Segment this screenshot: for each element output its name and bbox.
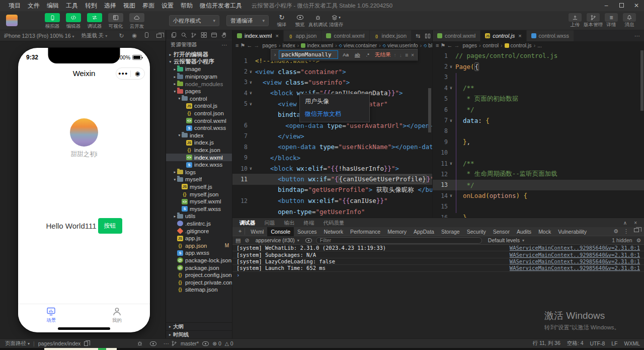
toolbar-button-upload[interactable]: 上传 [568,13,583,28]
popup-icon[interactable] [156,33,162,39]
menu-item[interactable]: 设置 [158,0,177,11]
devtools-tab-sources[interactable]: Sources [294,227,320,236]
inspect-icon[interactable]: ⌖ [235,228,245,235]
devtools-tab-mock[interactable]: Mock [535,227,554,236]
editor2-code[interactable]: 1// pages/control/control.js2∨Page({34∨ … [433,49,644,218]
cursor-position[interactable]: 行 11, 列 36 [533,340,560,347]
menu-item[interactable]: 文件 [24,0,43,11]
toolbar-button-cloud[interactable]: 云开发 [128,13,146,30]
tree-item[interactable]: ▸打开的编辑器 [166,51,232,58]
explorer-section-时间线[interactable]: ▸时间线 [166,330,232,338]
tree-item[interactable]: {}index.json [166,147,232,154]
devtools-tab-vulnerability[interactable]: Vulnerability [554,227,590,236]
menu-item[interactable]: 项目 [5,0,24,11]
toolbar-button-refresh[interactable]: ↻编译 [274,13,289,28]
console-sidebar-icon[interactable]: ▤ [235,237,240,244]
devtools-tab-memory[interactable]: Memory [384,227,410,236]
devtools-tab-storage[interactable]: Storage [438,227,463,236]
tree-item[interactable]: ▸image [166,65,232,73]
menu-item[interactable]: 转到 [82,0,101,11]
breadcrumb-item[interactable]: ... [537,42,542,48]
breadcrumb-item[interactable]: pages [262,42,277,48]
warning-count[interactable]: △ 0 [225,340,233,346]
fold-icon[interactable]: ∨ [448,64,454,69]
menu-item[interactable]: 微信开发者工具 [196,0,246,11]
tree-item[interactable]: .gitignore [166,227,232,235]
bookmark-icon[interactable]: ⚑ [240,42,245,48]
indent-setting[interactable]: 空格: 4 [567,340,584,347]
device-icon[interactable] [145,32,148,39]
devtools-tab-audits[interactable]: Audits [513,227,535,236]
device-select[interactable]: iPhone 12/13 (Pro) 100% 16 ▾ [4,33,74,39]
editor-tab[interactable]: control.wxss [527,30,575,41]
search-icon[interactable] [181,32,187,38]
back-icon[interactable]: ← [447,42,452,48]
devtools-tab-console[interactable]: Console [267,227,294,236]
eye-icon[interactable] [202,341,209,346]
prev-match-icon[interactable]: ↑ [393,52,396,58]
breadcrumb-item[interactable]: ◇view.userinfo [383,42,418,48]
tree-item[interactable]: Sindex.wxss [166,161,232,169]
tree-item[interactable]: {}myself.json [166,190,232,198]
tree-item[interactable]: <>control.wxml [166,117,232,124]
clear-console-icon[interactable]: ⊘ [245,237,249,244]
bookmark-icon[interactable]: ⚑ [440,42,445,48]
tree-item[interactable]: ▾云报警器小程序 [166,58,232,66]
tree-item[interactable]: Scontrol.wxss [166,124,232,132]
breadcrumb-item[interactable]: ◇view.container [339,42,377,48]
tooltip-doc-link[interactable]: 微信开放文档 [300,108,369,122]
exit-icon[interactable]: ◉ [131,70,145,77]
console-prompt[interactable]: › [232,272,644,279]
compare-icon[interactable]: ⇆ [416,33,420,39]
tree-item[interactable]: {}sitemap.json [166,286,232,294]
close-icon[interactable]: × [518,33,521,39]
menu-item[interactable]: 工具 [62,0,82,11]
editor-tab[interactable]: control.wxml [321,30,369,41]
frame-icon[interactable] [211,32,217,38]
user-avatar[interactable] [6,15,18,26]
devtools-tab-security[interactable]: Security [463,227,490,236]
close-icon[interactable]: × [411,52,414,58]
tree-item[interactable]: ▸node_modules [166,80,232,88]
tree-item[interactable]: <>myself.wxml [166,198,232,205]
toolbar-button-eye[interactable]: 预览 [292,13,307,28]
more-icon[interactable]: ⋯ [164,340,169,346]
log-source-link[interactable]: WAServiceMainContext..92985640&v=2.31.0:… [510,258,640,264]
tree-item[interactable]: {}app.jsonM [166,242,232,249]
editor-tab[interactable]: {}index.json [370,30,412,41]
collapse-icon[interactable]: ∧ [623,220,627,226]
close-icon[interactable]: × [634,220,637,226]
editor-tab[interactable]: {}app.json [284,30,322,41]
eye-icon[interactable] [305,238,312,243]
blocks-icon[interactable] [201,32,207,38]
tree-item[interactable]: JSindex.js [166,139,232,147]
log-source-link[interactable]: WAServiceMainContext..92985640&v=2.31.0:… [510,252,640,258]
tree-item[interactable]: @package.json [166,264,232,271]
menu-item[interactable]: 选择 [101,0,120,11]
fold-icon[interactable]: ∨ [448,193,454,198]
phone-tab-scene[interactable]: 场景 [18,304,84,326]
console-settings-icon[interactable]: ⚙ [636,237,641,243]
demo-button[interactable]: 按钮 [98,218,122,234]
outline-icon[interactable]: ≡ [436,42,439,48]
forward-icon[interactable]: → [254,42,259,48]
close-button[interactable]: ✕ [629,0,644,11]
menu-item[interactable]: 视图 [120,0,139,11]
search-toggle-icon[interactable]: › [274,52,276,57]
breadcrumb-item[interactable]: control.js [505,42,532,48]
tree-item[interactable]: JSmyself.js [166,183,232,191]
minimize-button[interactable]: – [599,0,614,11]
toolbar-button-bell[interactable]: 消息 [622,13,637,28]
breadcrumb-item[interactable]: control [483,42,499,48]
tree-item[interactable]: {}project.config.json [166,271,232,279]
tree-item[interactable]: @package-lock.json [166,257,232,264]
fold-icon[interactable]: ∨ [248,91,254,95]
tree-item[interactable]: ▾index [166,132,232,139]
tree-item[interactable]: ▾myself [166,176,232,183]
debugger-tab[interactable]: 问题 [265,218,275,227]
tree-item[interactable]: Smyself.wxss [166,205,232,213]
toolbar-button-branch[interactable]: 版本管理 [586,13,601,28]
toolbar-button-list[interactable]: ≡详情 [604,13,619,28]
regex-icon[interactable]: .* [365,51,371,58]
scrollbar[interactable] [428,88,431,132]
